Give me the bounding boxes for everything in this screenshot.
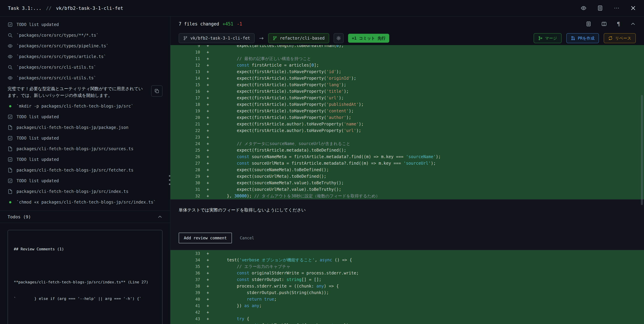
diff-addition-marker: +: [206, 95, 217, 100]
cancel-review-comment-button[interactable]: Cancel: [240, 236, 254, 240]
diff-line-number[interactable]: 40: [170, 297, 206, 302]
diff-addition-marker: +: [206, 167, 217, 172]
sidebar-item-file-write[interactable]: packages/cli-fetch-tech-blogs-jp/package…: [0, 122, 170, 133]
diff-line-number[interactable]: 42: [170, 310, 206, 315]
diff-line-number[interactable]: 9: [170, 45, 206, 48]
sidebar-item-terminal-command[interactable]: `chmod +x packages/cli-fetch-tech-blogs-…: [0, 197, 170, 208]
diff-line-number[interactable]: 16: [170, 89, 206, 94]
diff-code-text: // 最初の記事が正しい構造を持つこと: [217, 56, 311, 61]
search-icon: [8, 65, 13, 70]
copy-message-button[interactable]: [151, 85, 162, 97]
todos-section-header[interactable]: Todos (9): [0, 211, 170, 223]
diff-line-number[interactable]: 14: [170, 76, 206, 80]
diff-line-number[interactable]: 10: [170, 50, 206, 54]
diff-line-number[interactable]: 21: [170, 122, 206, 126]
sidebar-item-file-read[interactable]: `packages/core/src/types/article.ts`: [0, 51, 170, 62]
diff-addition-marker: +: [206, 122, 217, 126]
diff-line-number[interactable]: 34: [170, 258, 206, 262]
sidebar-item-todo-updated[interactable]: TODO list updated: [0, 154, 170, 165]
diff-line-number[interactable]: 22: [170, 128, 206, 133]
diff-line-number[interactable]: 43: [170, 317, 206, 321]
sidebar-item-glob-search[interactable]: `packages/core/src/types/**/*.ts`: [0, 30, 170, 41]
diff-line-number[interactable]: 31: [170, 187, 206, 192]
collapse-panel-icon[interactable]: [630, 21, 636, 27]
diff-code-text: try {: [217, 317, 249, 321]
chat-sidebar: TODO list updated`packages/core/src/type…: [0, 16, 170, 324]
diff-line-number[interactable]: 36: [170, 271, 206, 275]
create-pr-button[interactable]: PRを作成: [566, 33, 599, 43]
split-view-icon[interactable]: [601, 21, 607, 27]
diff-line-number[interactable]: 24: [170, 141, 206, 146]
diff-line-number[interactable]: 29: [170, 174, 206, 179]
review-draft-box[interactable]: ## Review Comments (1) **packages/cli-fe…: [8, 230, 162, 324]
todo-checkbox-icon: [8, 114, 13, 119]
rebase-button[interactable]: リベース: [604, 33, 636, 43]
diff-line-number[interactable]: 38: [170, 284, 206, 288]
source-branch-pill[interactable]: vk/bfb2-task-3-1-cli-fet: [179, 33, 254, 43]
diff-line-number[interactable]: 27: [170, 161, 206, 166]
sidebar-item-file-write[interactable]: packages/cli-fetch-tech-blogs-jp/src/fet…: [0, 165, 170, 176]
sidebar-item-file-read[interactable]: `packages/core/src/types/pipeline.ts`: [0, 41, 170, 51]
diff-line-number[interactable]: 44: [170, 323, 206, 324]
diff-line-number[interactable]: 33: [170, 251, 206, 256]
diff-line-number[interactable]: 17: [170, 96, 206, 100]
file-icon: [8, 168, 13, 173]
diff-line-number[interactable]: 26: [170, 155, 206, 159]
source-branch-name: vk/bfb2-task-3-1-cli-fet: [190, 36, 250, 41]
branch-settings-button[interactable]: [334, 33, 344, 43]
whitespace-toggle-icon[interactable]: ¶: [617, 21, 620, 27]
target-branch-pill[interactable]: refactor/cli-based: [268, 33, 329, 43]
diff-code-text: expect(firstArticle).toHaveProperty('id'…: [217, 69, 341, 74]
add-review-comment-button[interactable]: Add review comment: [179, 233, 232, 243]
sidebar-item-glob-search[interactable]: `packages/core/src/cli-utils.ts`: [0, 62, 170, 73]
sidebar-item-file-read[interactable]: `packages/core/src/cli-utils.ts`: [0, 73, 170, 83]
diff-line: 26+ const sourceNameMeta = firstArticle.…: [170, 153, 644, 160]
sidebar-item-todo-updated[interactable]: TODO list updated: [0, 19, 170, 30]
diff-line-number[interactable]: 20: [170, 115, 206, 120]
diff-line-number[interactable]: 30: [170, 181, 206, 185]
diff-code-text: expect(firstArticle).toHaveProperty('tit…: [217, 89, 349, 94]
diff-line-number[interactable]: 28: [170, 168, 206, 172]
sidebar-item-terminal-command[interactable]: `mkdir -p packages/cli-fetch-tech-blogs-…: [0, 101, 170, 111]
status-dot-icon: [8, 200, 13, 205]
target-branch-name: refactor/cli-based: [280, 36, 325, 41]
merge-button[interactable]: マージ: [534, 33, 562, 43]
diff-line-number[interactable]: 32: [170, 194, 206, 198]
diff-line-number[interactable]: 13: [170, 69, 206, 74]
git-merge-icon: [538, 36, 542, 40]
diff-line-number[interactable]: 23: [170, 135, 206, 139]
sidebar-item-file-write[interactable]: packages/cli-fetch-tech-blogs-jp/src/ind…: [0, 186, 170, 197]
file-icon: [8, 189, 13, 194]
sidebar-item-file-write[interactable]: packages/cli-fetch-tech-blogs-jp/src/sou…: [0, 143, 170, 154]
scrollbar-thumb[interactable]: [641, 95, 643, 205]
file-list-icon[interactable]: [586, 21, 591, 27]
chevron-up-icon[interactable]: [157, 214, 162, 219]
close-icon[interactable]: [630, 5, 636, 11]
diff-hunk: 33+34+ test('verbose オプションが機能すること', asyn…: [170, 250, 644, 324]
sidebar-item-label: `packages/core/src/cli-utils.ts`: [16, 75, 96, 80]
diff-line-number[interactable]: 15: [170, 83, 206, 87]
sidebar-item-todo-updated[interactable]: TODO list updated: [0, 176, 170, 186]
panel-resize-handle[interactable]: [169, 175, 170, 185]
document-icon[interactable]: [597, 5, 603, 11]
diff-line-number[interactable]: 37: [170, 277, 206, 282]
diff-addition-marker: +: [206, 109, 217, 113]
preview-eye-icon[interactable]: [581, 5, 586, 11]
diff-line-number[interactable]: 25: [170, 148, 206, 152]
sidebar-item-todo-updated[interactable]: TODO list updated: [0, 111, 170, 122]
title-separator: //: [46, 5, 52, 11]
diff-line-number[interactable]: 35: [170, 264, 206, 269]
more-menu-icon[interactable]: [614, 5, 620, 11]
sidebar-item-todo-updated[interactable]: TODO list updated: [0, 133, 170, 143]
eye-icon: [8, 54, 13, 59]
diff-line-number[interactable]: 18: [170, 102, 206, 107]
gear-icon: [336, 36, 341, 41]
diff-line-number[interactable]: 12: [170, 63, 206, 67]
diff-line-number[interactable]: 41: [170, 304, 206, 308]
diff-line-number[interactable]: 19: [170, 109, 206, 113]
diff-addition-marker: +: [206, 154, 217, 159]
diff-line-number[interactable]: 11: [170, 56, 206, 61]
diff-line-number[interactable]: 39: [170, 291, 206, 295]
deletions-count: -1: [237, 21, 242, 26]
composer-area: ## Review Comments (1) **packages/cli-fe…: [0, 223, 170, 324]
